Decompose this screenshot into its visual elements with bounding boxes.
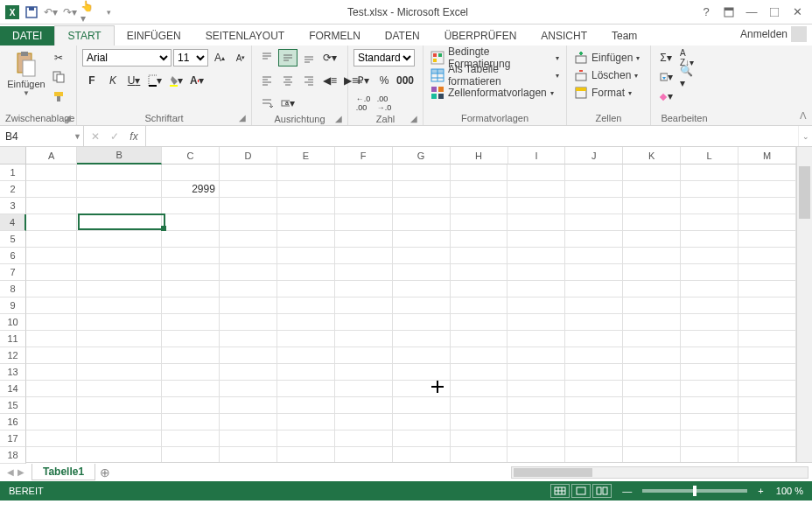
cell[interactable] [738, 347, 796, 364]
cell[interactable] [26, 314, 77, 331]
cell[interactable] [681, 430, 738, 447]
cell[interactable] [26, 231, 77, 248]
cell[interactable] [508, 281, 565, 298]
expand-formula-bar-icon[interactable]: ⌄ [798, 126, 812, 146]
cell[interactable] [162, 397, 220, 414]
cell[interactable] [277, 397, 335, 414]
cell[interactable] [623, 264, 681, 281]
column-header[interactable]: H [451, 147, 508, 164]
number-dialog-launcher[interactable]: ◢ [410, 114, 417, 123]
cut-button[interactable]: ✂ [49, 49, 68, 66]
cell[interactable] [220, 181, 277, 198]
cell[interactable] [277, 381, 335, 397]
cell[interactable] [77, 198, 162, 214]
cell[interactable] [26, 364, 77, 381]
cell[interactable] [738, 264, 796, 281]
row-header[interactable]: 16 [0, 414, 26, 430]
cell[interactable] [508, 347, 565, 364]
ribbon-display-icon[interactable] [721, 4, 737, 20]
row-header[interactable]: 17 [0, 430, 26, 447]
cell[interactable] [623, 181, 681, 198]
cell[interactable] [565, 430, 623, 447]
normal-view-button[interactable] [550, 484, 570, 498]
cell[interactable] [162, 314, 220, 331]
column-header[interactable]: E [277, 147, 335, 164]
cell[interactable] [220, 214, 277, 231]
tab-start[interactable]: START [54, 25, 114, 46]
cell[interactable] [738, 214, 796, 231]
cell[interactable] [77, 381, 162, 397]
cell[interactable] [738, 397, 796, 414]
cell[interactable] [508, 364, 565, 381]
cell[interactable] [508, 164, 565, 181]
cell[interactable] [335, 281, 393, 298]
qat-customize-icon[interactable]: ▾ [100, 4, 117, 21]
cell[interactable] [565, 248, 623, 264]
autosum-button[interactable]: Σ▾ [656, 49, 676, 66]
cell[interactable] [623, 298, 681, 314]
cell[interactable] [26, 181, 77, 198]
row-header[interactable]: 11 [0, 331, 26, 347]
cell[interactable] [565, 364, 623, 381]
cell[interactable] [508, 331, 565, 347]
cell[interactable] [451, 381, 508, 397]
cell[interactable] [162, 164, 220, 181]
cell[interactable] [738, 447, 796, 462]
cell[interactable] [508, 397, 565, 414]
cell[interactable] [393, 214, 451, 231]
cell[interactable] [277, 281, 335, 298]
accounting-format-button[interactable]: ₽▾ [354, 72, 373, 89]
zoom-slider-handle[interactable] [693, 486, 696, 496]
cell[interactable] [277, 198, 335, 214]
cell[interactable] [681, 397, 738, 414]
row-header[interactable]: 1 [0, 164, 26, 181]
delete-cells-button[interactable]: Löschen▾ [572, 66, 640, 84]
name-box[interactable]: B4▼ [0, 126, 84, 146]
formula-bar[interactable] [146, 126, 798, 146]
cell[interactable] [77, 447, 162, 462]
cell[interactable] [393, 397, 451, 414]
cell[interactable] [508, 414, 565, 430]
cell[interactable] [26, 281, 77, 298]
column-header[interactable]: L [681, 147, 738, 164]
zoom-out-button[interactable]: — [619, 486, 635, 496]
cell[interactable] [681, 314, 738, 331]
column-header[interactable]: D [220, 147, 277, 164]
zoom-in-button[interactable]: + [754, 486, 766, 496]
cell[interactable] [451, 281, 508, 298]
paste-button[interactable]: Einfügen ▼ [5, 49, 47, 99]
align-bottom-button[interactable] [299, 49, 318, 66]
cell[interactable] [77, 347, 162, 364]
excel-icon[interactable]: X [4, 4, 21, 21]
cell[interactable] [623, 430, 681, 447]
column-header[interactable]: C [162, 147, 220, 164]
cell[interactable] [681, 381, 738, 397]
cell[interactable] [565, 164, 623, 181]
increase-font-button[interactable]: A▴ [210, 49, 229, 66]
cell[interactable] [277, 347, 335, 364]
cell[interactable] [738, 231, 796, 248]
column-header[interactable]: M [738, 147, 796, 164]
cell[interactable] [623, 447, 681, 462]
page-break-view-button[interactable] [592, 484, 612, 498]
cell[interactable] [220, 298, 277, 314]
cell[interactable] [162, 414, 220, 430]
zoom-percent[interactable]: 100 % [767, 486, 812, 496]
row-header[interactable]: 5 [0, 231, 26, 248]
tab-pagelayout[interactable]: SEITENLAYOUT [193, 26, 297, 46]
format-cells-button[interactable]: Format▾ [572, 84, 634, 102]
cell[interactable] [451, 331, 508, 347]
cell[interactable] [335, 181, 393, 198]
tab-view[interactable]: ANSICHT [528, 26, 599, 46]
row-header[interactable]: 3 [0, 198, 26, 214]
cell[interactable] [220, 281, 277, 298]
undo-icon[interactable]: ↶▾ [42, 4, 60, 21]
cell[interactable] [738, 364, 796, 381]
cell[interactable] [277, 364, 335, 381]
fill-down-button[interactable]: ▾ [656, 68, 676, 86]
cell-styles-button[interactable]: Zellenformatvorlagen▾ [429, 84, 556, 102]
cell[interactable] [681, 364, 738, 381]
orientation-button[interactable]: ⟳▾ [320, 49, 340, 66]
row-header[interactable]: 14 [0, 381, 26, 397]
format-as-table-button[interactable]: Als Tabelle formatieren▾ [429, 66, 561, 84]
